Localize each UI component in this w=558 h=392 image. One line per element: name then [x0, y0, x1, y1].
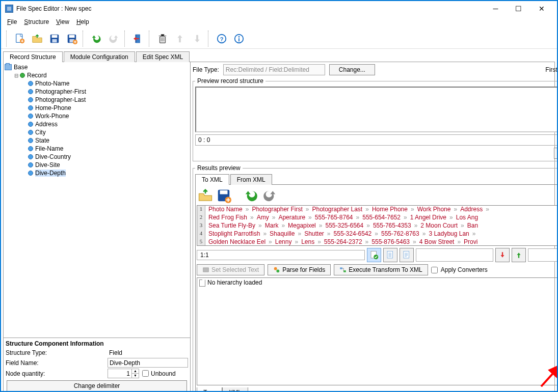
results-undo-button[interactable] — [244, 188, 259, 203]
titlebar: File Spec Editor : New spec ─ ☐ ✕ — [1, 1, 557, 16]
grid-row[interactable]: 4Stoplight Parrotfish » Shaquille » Shut… — [197, 230, 558, 238]
svg-text:?: ? — [220, 36, 224, 42]
open-file-button[interactable] — [30, 31, 45, 46]
search-count-input[interactable] — [528, 248, 558, 262]
exit-button[interactable] — [130, 31, 146, 46]
filetype-label: File Type: — [193, 66, 219, 73]
results-save-button[interactable] — [216, 188, 231, 203]
grid-row[interactable]: 1Photo Name » Photographer First » Photo… — [197, 206, 558, 214]
execute-transform-button[interactable]: Execute Transform To XML — [334, 264, 428, 275]
field-icon — [28, 105, 33, 110]
undo-button[interactable] — [89, 31, 104, 46]
results-open-button[interactable] — [198, 188, 213, 203]
save-button[interactable] — [47, 31, 62, 46]
validate-icon[interactable] — [367, 248, 381, 262]
tree-field[interactable]: Photographer-Last — [35, 96, 86, 103]
app-icon — [5, 5, 13, 13]
menu-file[interactable]: File — [4, 17, 20, 26]
tree-field[interactable]: Address — [35, 121, 58, 128]
filetype-input — [223, 64, 325, 75]
preview-textarea[interactable] — [195, 87, 558, 132]
change-filetype-button[interactable]: Change... — [329, 64, 375, 75]
minimize-button[interactable]: ─ — [484, 2, 507, 16]
unbound-label: Unbound — [151, 370, 176, 377]
field-icon — [28, 154, 33, 159]
menu-structure[interactable]: Structure — [21, 17, 52, 26]
field-icon — [28, 114, 33, 119]
node-quantity-input[interactable] — [108, 369, 132, 378]
field-icon — [28, 97, 33, 102]
new-file-button[interactable] — [12, 31, 28, 46]
svg-rect-22 — [387, 251, 393, 259]
field-icon — [28, 130, 33, 135]
tree-field[interactable]: Dive-Country — [35, 153, 71, 160]
search-up-button[interactable] — [512, 248, 526, 262]
window-title: File Spec Editor : New spec — [16, 5, 484, 12]
quantity-stepper[interactable]: ▲▼ — [132, 369, 139, 378]
move-up-button[interactable] — [172, 31, 188, 46]
tab-xml[interactable]: XML — [222, 387, 248, 392]
change-delimiter-button[interactable]: Change delimiter — [7, 380, 187, 391]
tab-tree[interactable]: Tree — [197, 387, 222, 392]
maximize-button[interactable]: ☐ — [507, 2, 530, 16]
grid-row[interactable]: 5Golden Necklace Eel » Lenny » Lens » 55… — [197, 238, 558, 246]
doc-icon-1[interactable] — [383, 248, 397, 262]
search-input[interactable] — [416, 248, 493, 262]
tab-module-configuration[interactable]: Module Configuration — [64, 51, 135, 62]
tree-field[interactable]: Dive-Depth — [35, 170, 66, 177]
menu-help[interactable]: Help — [73, 17, 92, 26]
field-icon — [28, 171, 33, 176]
search-down-button[interactable] — [495, 248, 510, 262]
move-down-button[interactable] — [190, 31, 205, 46]
preview-legend: Preview record structure — [195, 77, 265, 85]
save-as-button[interactable] — [64, 31, 79, 46]
toolbar: ? — [1, 29, 557, 49]
tree-record[interactable]: Record — [27, 72, 47, 79]
delete-button[interactable] — [155, 31, 170, 46]
results-grid[interactable]: 1Photo Name » Photographer First » Photo… — [197, 205, 558, 246]
tab-to-xml[interactable]: To XML — [195, 174, 229, 185]
grid-row[interactable]: 3Sea Turtle Fly-By » Mark » Megapixel » … — [197, 222, 558, 230]
parse-for-fields-button[interactable]: Parse for Fields — [268, 264, 331, 275]
expand-toggle[interactable]: ⊟ — [14, 73, 19, 78]
about-button[interactable] — [231, 31, 247, 46]
tree-field[interactable]: City — [35, 129, 46, 136]
tree-base[interactable]: Base — [14, 64, 28, 71]
close-button[interactable]: ✕ — [530, 2, 553, 16]
tab-edit-spec-xml[interactable]: Edit Spec XML — [136, 51, 190, 62]
page-icon — [199, 279, 205, 287]
tree-field[interactable]: File-Name — [35, 145, 63, 152]
sci-type-label: Structure Type: — [6, 349, 108, 356]
apply-converters-checkbox[interactable] — [431, 267, 438, 273]
tree-field[interactable]: Photo-Name — [35, 80, 69, 87]
field-icon — [28, 138, 33, 143]
field-name-input[interactable] — [108, 358, 188, 368]
grid-row[interactable]: 2Red Frog Fish » Amy » Aperature » 555-7… — [197, 214, 558, 222]
cursor-position: 1:1 — [197, 250, 365, 260]
svg-point-15 — [238, 36, 240, 37]
results-redo-button[interactable] — [262, 188, 277, 203]
menu-view[interactable]: View — [53, 17, 72, 26]
svg-rect-18 — [220, 190, 228, 194]
svg-point-26 — [277, 269, 280, 272]
tree-field[interactable]: State — [35, 137, 49, 144]
svg-rect-3 — [52, 35, 58, 38]
structure-tree[interactable]: Base ⊟Record Photo-NamePhotographer-Firs… — [4, 62, 190, 338]
hierarchy-box[interactable]: No hierarchy loaded — [197, 277, 558, 385]
tree-field[interactable]: Home-Phone — [35, 104, 71, 111]
svg-rect-28 — [343, 270, 346, 272]
results-legend: Results preview — [195, 164, 243, 172]
field-icon — [28, 81, 33, 86]
unbound-checkbox[interactable] — [142, 370, 149, 377]
tab-from-xml[interactable]: From XML — [230, 174, 272, 185]
redo-button[interactable] — [106, 31, 121, 46]
cursor-coords: 0 : 0 — [195, 134, 558, 146]
tree-field[interactable]: Dive-Site — [35, 161, 60, 169]
doc-icon-2[interactable] — [400, 248, 414, 262]
parse-string-button[interactable]: Parse String — [554, 148, 558, 159]
tree-field[interactable]: Photographer-First — [35, 88, 86, 95]
tab-record-structure[interactable]: Record Structure — [3, 51, 63, 62]
help-button[interactable]: ? — [214, 31, 229, 46]
tree-field[interactable]: Work-Phone — [35, 113, 69, 120]
set-selected-text-button[interactable]: Set Selected Text — [197, 264, 264, 275]
